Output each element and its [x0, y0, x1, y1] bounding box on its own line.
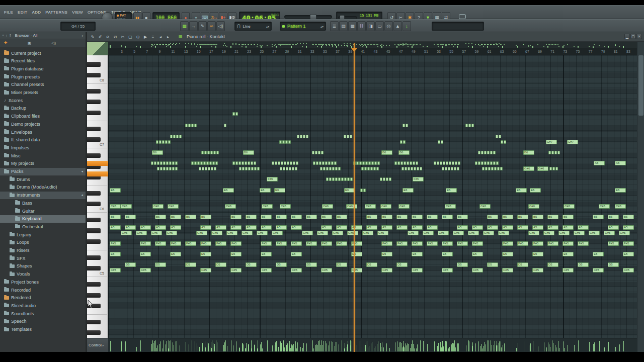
velocity-bar[interactable]: [530, 343, 531, 351]
piano-key-black[interactable]: [87, 62, 101, 66]
midi-note[interactable]: [374, 161, 377, 165]
midi-note[interactable]: E5: [412, 252, 423, 256]
midi-note[interactable]: [290, 161, 292, 165]
velocity-bar[interactable]: [278, 347, 279, 351]
midi-note[interactable]: [168, 140, 171, 144]
midi-note[interactable]: [321, 151, 324, 154]
velocity-bar[interactable]: [365, 343, 365, 351]
midi-note[interactable]: [551, 151, 554, 154]
midi-note[interactable]: [471, 124, 474, 127]
midi-note[interactable]: [361, 167, 364, 170]
midi-note[interactable]: [251, 161, 253, 165]
velocity-bar[interactable]: [491, 340, 491, 351]
midi-note[interactable]: G#5: [453, 231, 464, 235]
midi-note[interactable]: E5: [200, 252, 211, 256]
midi-note[interactable]: B5: [547, 215, 558, 219]
velocity-bar[interactable]: [211, 348, 212, 351]
velocity-bar[interactable]: [160, 344, 161, 351]
velocity-bar[interactable]: [258, 340, 258, 351]
midi-note[interactable]: F#5: [562, 241, 574, 246]
velocity-bar[interactable]: [125, 341, 126, 351]
velocity-bar[interactable]: [159, 344, 160, 351]
midi-note[interactable]: E5: [230, 252, 242, 256]
velocity-bar[interactable]: [284, 347, 285, 351]
browser-item-orchestral[interactable]: Orchestral: [0, 223, 86, 230]
midi-note[interactable]: [157, 161, 159, 165]
velocity-bar[interactable]: [204, 346, 204, 351]
velocity-bar[interactable]: [457, 345, 458, 351]
pattern-selector[interactable]: Pattern 1 ▴▾: [280, 22, 326, 31]
midi-note[interactable]: B5: [200, 215, 211, 219]
midi-note[interactable]: [441, 140, 443, 144]
piano-key-black[interactable]: [87, 191, 101, 196]
velocity-bar[interactable]: [440, 342, 441, 351]
velocity-bar[interactable]: [320, 345, 321, 351]
velocity-bar[interactable]: [261, 343, 262, 351]
midi-note[interactable]: [242, 167, 245, 170]
midi-note[interactable]: [437, 161, 439, 165]
velocity-bar[interactable]: [449, 347, 450, 351]
velocity-bar[interactable]: [546, 347, 547, 351]
midi-note[interactable]: A5: [110, 225, 121, 230]
piano-key-black[interactable]: [87, 266, 101, 270]
midi-note[interactable]: A5: [487, 225, 498, 230]
browser-item-bass[interactable]: Bass: [0, 199, 86, 207]
midi-note[interactable]: F#5: [623, 241, 634, 246]
midi-note[interactable]: [328, 161, 331, 165]
velocity-bar[interactable]: [157, 348, 158, 351]
velocity-bar[interactable]: [608, 347, 609, 351]
midi-note[interactable]: B5: [230, 215, 242, 219]
midi-note[interactable]: [245, 161, 247, 165]
midi-note[interactable]: D5: [185, 262, 196, 267]
midi-note[interactable]: [303, 135, 305, 138]
midi-note[interactable]: D5: [366, 262, 377, 267]
midi-note[interactable]: A5: [291, 225, 302, 230]
velocity-bar[interactable]: [224, 342, 225, 351]
midi-note[interactable]: [445, 167, 447, 170]
midi-note[interactable]: [373, 167, 376, 170]
midi-note[interactable]: [188, 124, 191, 127]
piano-roll-menu-icon[interactable]: ≡: [149, 33, 156, 41]
velocity-bar[interactable]: [478, 348, 479, 351]
velocity-bar[interactable]: [437, 346, 438, 351]
browser-header[interactable]: ≡↑⇑ Browser - All ▸: [0, 32, 86, 39]
midi-note[interactable]: F#6: [413, 177, 424, 182]
browser-item-my-projects[interactable]: My projects: [0, 160, 86, 167]
velocity-bar[interactable]: [239, 347, 240, 351]
velocity-bar[interactable]: [499, 341, 500, 351]
velocity-bar[interactable]: [316, 344, 317, 351]
midi-note[interactable]: C#5: [230, 268, 242, 273]
velocity-bar[interactable]: [398, 347, 398, 351]
velocity-bar[interactable]: [167, 345, 167, 351]
close-button[interactable]: ✕: [636, 34, 642, 39]
browser-item-drums-modeaudio-[interactable]: Drums (ModeAudio): [0, 184, 86, 191]
midi-note[interactable]: E5: [381, 252, 392, 256]
midi-note[interactable]: [205, 167, 207, 170]
midi-note[interactable]: [465, 124, 468, 127]
midi-note[interactable]: A5: [502, 225, 513, 230]
midi-note[interactable]: [499, 135, 501, 138]
midi-note[interactable]: [500, 167, 503, 170]
velocity-bar[interactable]: [275, 342, 276, 351]
velocity-bar[interactable]: [290, 348, 291, 351]
midi-note[interactable]: [501, 140, 503, 144]
piano-roll-titlebar[interactable]: ✎✐⊘Ø✂▢Q▶≡◂▸ ▦ Piano roll - Kontakt ▁▢✕: [87, 32, 644, 42]
midi-note[interactable]: [334, 161, 337, 165]
midi-note[interactable]: C#6: [262, 204, 273, 209]
midi-note[interactable]: G#5: [257, 231, 268, 235]
midi-note[interactable]: G#5: [332, 231, 343, 235]
midi-note[interactable]: A5: [532, 225, 543, 230]
midi-note[interactable]: [455, 161, 457, 165]
midi-note[interactable]: B5: [412, 215, 423, 219]
midi-note[interactable]: [367, 167, 370, 170]
midi-note[interactable]: [344, 135, 346, 138]
midi-note[interactable]: E5: [351, 252, 362, 256]
midi-note[interactable]: [208, 167, 210, 170]
midi-note[interactable]: [386, 177, 388, 181]
velocity-bar[interactable]: [335, 346, 335, 351]
midi-note[interactable]: D5: [578, 262, 589, 267]
midi-note[interactable]: B5: [457, 215, 468, 219]
pattern-spinner-arrows[interactable]: ▴▾: [320, 25, 324, 28]
midi-note[interactable]: [284, 161, 286, 165]
midi-note[interactable]: [403, 140, 406, 144]
